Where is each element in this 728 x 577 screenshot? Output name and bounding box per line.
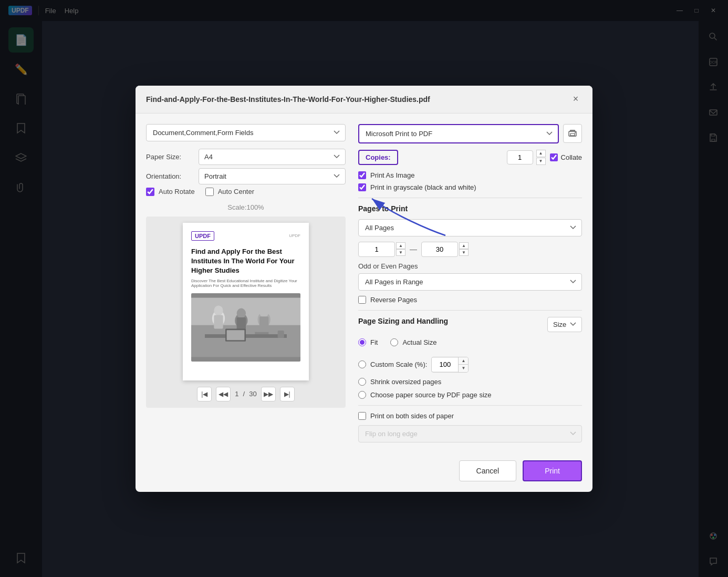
preview-logo: UPDF	[191, 231, 214, 241]
choose-paper-option[interactable]: Choose paper source by PDF page size	[358, 391, 582, 399]
orientation-label: Orientation:	[146, 172, 199, 180]
print-grayscale-row: Print in grayscale (black and white)	[358, 183, 582, 191]
document-type-row: Document,Comment,Form Fields	[146, 124, 346, 141]
svg-rect-26	[255, 332, 268, 334]
print-both-sides-label: Print on both sides of paper	[370, 412, 454, 420]
range-dash: —	[410, 245, 417, 253]
range-end-decrement[interactable]: ▼	[459, 249, 469, 256]
section-divider-3	[358, 405, 582, 406]
reverse-pages-checkbox[interactable]	[358, 296, 366, 304]
page-separator: /	[243, 390, 245, 398]
dialog-body: Document,Comment,Form Fields Paper Size:…	[136, 114, 592, 460]
scale-value-input[interactable]	[432, 358, 458, 371]
page-sizing-title: Page Sizing and Handling	[358, 317, 448, 325]
nav-next-button[interactable]: ▶▶	[261, 387, 276, 401]
right-panel: Microsoft Print to PDF Copies:	[358, 124, 582, 450]
scale-increment-button[interactable]: ▲	[459, 357, 468, 365]
auto-center-checkbox[interactable]	[205, 188, 214, 196]
pages-to-print-title: Pages to Print	[358, 204, 582, 213]
preview-logo-small: UPDF	[289, 233, 300, 238]
flip-select[interactable]: Flip on long edge	[358, 425, 582, 442]
nav-first-button[interactable]: |◀	[197, 387, 212, 401]
range-end-input[interactable]	[421, 242, 458, 257]
print-grayscale-checkbox[interactable]	[358, 183, 366, 191]
auto-rotate-label[interactable]: Auto Rotate	[146, 188, 195, 196]
print-both-sides-checkbox[interactable]	[358, 412, 366, 420]
checkbox-row: Auto Rotate Auto Center	[146, 188, 346, 196]
range-start-input[interactable]	[358, 242, 395, 257]
svg-point-18	[237, 308, 246, 318]
odd-even-select[interactable]: All Pages in Range	[358, 273, 582, 291]
shrink-radio[interactable]	[358, 378, 366, 386]
range-end-container: ▲ ▼	[421, 242, 469, 257]
svg-rect-28	[278, 331, 284, 338]
scale-input-wrapper: ▲ ▼	[431, 357, 469, 373]
preview-subtitle: Discover The Best Educational Institute …	[191, 279, 300, 288]
shrink-option[interactable]: Shrink oversized pages	[358, 378, 582, 386]
fit-radio[interactable]	[358, 338, 366, 346]
range-end-increment[interactable]: ▲	[459, 242, 469, 249]
page-current: 1	[235, 390, 238, 398]
print-button[interactable]: Print	[523, 460, 582, 481]
svg-point-21	[259, 307, 268, 317]
sizing-header-row: Page Sizing and Handling Size	[358, 317, 582, 332]
print-as-image-checkbox[interactable]	[358, 171, 366, 179]
collate-checkbox[interactable]	[550, 153, 558, 161]
fit-options-row: Fit Actual Size	[358, 338, 582, 352]
svg-point-31	[575, 132, 576, 133]
printer-select[interactable]: Microsoft Print to PDF	[358, 124, 559, 143]
svg-rect-25	[227, 330, 245, 340]
app-background: UPDF File Help — □ ✕ 📄 ✏️	[0, 0, 728, 577]
scale-decrement-button[interactable]: ▼	[459, 365, 468, 372]
section-divider-2	[358, 310, 582, 311]
range-start-spinner: ▲ ▼	[396, 242, 405, 256]
orientation-select[interactable]: Portrait	[199, 168, 346, 184]
collate-label[interactable]: Collate	[550, 153, 582, 161]
copies-decrement-button[interactable]: ▼	[536, 158, 546, 165]
printer-settings-button[interactable]	[563, 124, 582, 143]
copies-increment-button[interactable]: ▲	[536, 150, 546, 157]
range-start-decrement[interactable]: ▼	[396, 249, 405, 256]
page-total: 30	[249, 390, 256, 398]
svg-rect-16	[214, 315, 223, 329]
svg-point-15	[214, 305, 223, 315]
print-as-image-label: Print As Image	[370, 171, 415, 179]
odd-even-label: Odd or Even Pages	[358, 262, 582, 270]
custom-scale-option[interactable]: Custom Scale (%):	[358, 360, 427, 368]
pages-select[interactable]: All Pages	[358, 219, 582, 236]
range-start-increment[interactable]: ▲	[396, 242, 405, 249]
preview-image	[191, 293, 300, 362]
range-end-spinner: ▲ ▼	[459, 242, 469, 256]
svg-rect-30	[570, 133, 575, 136]
auto-center-label[interactable]: Auto Center	[205, 188, 254, 196]
preview-header: UPDF UPDF	[191, 231, 300, 241]
document-type-select[interactable]: Document,Comment,Form Fields	[146, 124, 346, 141]
svg-rect-27	[257, 329, 269, 332]
copies-label: Copies:	[358, 150, 398, 165]
svg-rect-22	[259, 316, 268, 330]
custom-scale-row: Custom Scale (%): ▲ ▼	[358, 357, 582, 373]
cancel-button[interactable]: Cancel	[459, 460, 517, 481]
auto-rotate-checkbox[interactable]	[146, 188, 154, 196]
page-sizing-section: Page Sizing and Handling Size Fit	[358, 317, 582, 450]
copies-input[interactable]	[507, 150, 533, 164]
actual-size-option[interactable]: Actual Size	[390, 338, 436, 346]
left-panel: Document,Comment,Form Fields Paper Size:…	[146, 124, 346, 450]
nav-last-button[interactable]: ▶|	[280, 387, 295, 401]
page-nav: |◀ ◀◀ 1 / 30 ▶▶ ▶|	[197, 387, 294, 401]
custom-scale-radio[interactable]	[358, 360, 366, 368]
section-divider-1	[358, 198, 582, 198]
paper-size-row: Paper Size: A4	[146, 149, 346, 165]
print-grayscale-label: Print in grayscale (black and white)	[370, 183, 476, 191]
printer-row: Microsoft Print to PDF	[358, 124, 582, 143]
actual-size-radio[interactable]	[390, 338, 398, 346]
dialog-close-button[interactable]: ×	[569, 93, 582, 106]
size-mode-select[interactable]: Size	[547, 317, 582, 332]
paper-size-select[interactable]: A4	[199, 149, 346, 165]
fit-option[interactable]: Fit	[358, 338, 378, 346]
print-both-sides-row: Print on both sides of paper	[358, 412, 582, 420]
nav-prev-button[interactable]: ◀◀	[216, 387, 231, 401]
choose-paper-radio[interactable]	[358, 391, 366, 399]
orientation-row: Orientation: Portrait	[146, 168, 346, 184]
print-dialog: Find-and-Apply-For-the-Best-Institutes-I…	[136, 86, 592, 492]
